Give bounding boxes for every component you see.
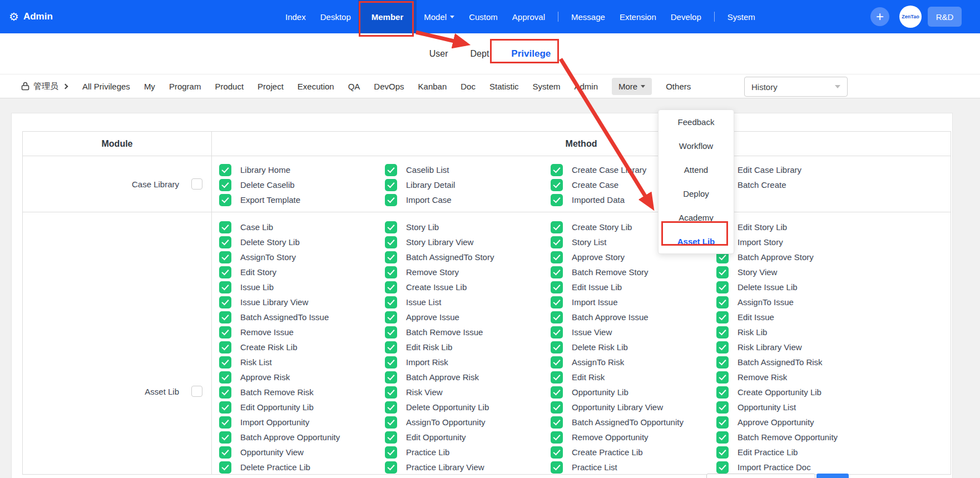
tab-kanban[interactable]: Kanban <box>418 82 447 91</box>
subnav-item-privilege[interactable]: Privilege <box>511 48 551 59</box>
tab-devops[interactable]: DevOps <box>374 82 404 91</box>
checkbox-batch-assignedto-issue[interactable] <box>219 311 231 323</box>
checkbox-batch-remove-opportunity[interactable] <box>716 431 729 444</box>
checkbox-opportunity-view[interactable] <box>219 446 231 459</box>
checkbox-remove-story[interactable] <box>385 266 397 278</box>
checkbox-edit-risk-lib[interactable] <box>385 341 397 353</box>
nav-item-extension[interactable]: Extension <box>612 0 664 33</box>
checkbox-create-story-lib[interactable] <box>551 221 563 233</box>
checkbox-edit-issue[interactable] <box>716 311 729 323</box>
checkbox-create-case[interactable] <box>551 179 563 191</box>
nav-item-model[interactable]: Model <box>417 0 462 33</box>
checkbox-opportunity-library-view[interactable] <box>551 401 563 414</box>
checkbox-risk-library-view[interactable] <box>716 341 729 353</box>
team-button[interactable]: R&D <box>928 7 962 27</box>
checkbox-remove-opportunity[interactable] <box>551 431 563 444</box>
checkbox-story-list[interactable] <box>551 236 563 248</box>
checkbox-export-template[interactable] <box>219 194 231 206</box>
tab-system[interactable]: System <box>532 82 560 91</box>
checkbox-batch-approve-issue[interactable] <box>551 311 563 323</box>
checkbox-delete-story-lib[interactable] <box>219 236 231 248</box>
module-checkbox-case-library[interactable] <box>191 178 202 190</box>
dropdown-item-asset-lib[interactable]: Asset Lib <box>659 230 734 253</box>
tab-my[interactable]: My <box>144 82 155 91</box>
checkbox-opportunity-list[interactable] <box>716 401 729 414</box>
nav-item-system[interactable]: System <box>720 0 763 33</box>
checkbox-approve-story[interactable] <box>551 251 563 263</box>
checkbox-opportunity-lib[interactable] <box>551 386 563 399</box>
checkbox-practice-library-view[interactable] <box>385 461 397 474</box>
more-menu-button[interactable]: More <box>612 78 652 95</box>
checkbox-edit-opportunity[interactable] <box>385 431 397 444</box>
checkbox-library-detail[interactable] <box>385 179 397 191</box>
checkbox-assignto-opportunity[interactable] <box>385 416 397 429</box>
tab-admin[interactable]: Admin <box>574 82 598 91</box>
checkbox-risk-list[interactable] <box>219 356 231 369</box>
tab-project[interactable]: Project <box>258 82 284 91</box>
checkbox-practice-lib[interactable] <box>385 446 397 459</box>
dropdown-item-academy[interactable]: Academy <box>659 206 734 230</box>
checkbox-story-view[interactable] <box>716 266 729 278</box>
subnav-item-user[interactable]: User <box>429 49 448 59</box>
dropdown-item-deploy[interactable]: Deploy <box>659 182 734 206</box>
checkbox-issue-list[interactable] <box>385 296 397 308</box>
checkbox-story-library-view[interactable] <box>385 236 397 248</box>
checkbox-batch-remove-issue[interactable] <box>385 326 397 338</box>
checkbox-issue-lib[interactable] <box>219 281 231 293</box>
checkbox-import-practice-doc[interactable] <box>716 461 729 474</box>
checkbox-batch-remove-risk[interactable] <box>219 386 231 399</box>
checkbox-edit-risk[interactable] <box>551 371 563 384</box>
nav-item-develop[interactable]: Develop <box>664 0 709 33</box>
checkbox-create-risk-lib[interactable] <box>219 341 231 353</box>
checkbox-create-issue-lib[interactable] <box>385 281 397 293</box>
checkbox-issue-library-view[interactable] <box>219 296 231 308</box>
checkbox-import-issue[interactable] <box>551 296 563 308</box>
tab-statistic[interactable]: Statistic <box>489 82 519 91</box>
nav-item-member[interactable]: Member <box>358 0 417 33</box>
tab-others[interactable]: Others <box>666 82 691 91</box>
checkbox-delete-issue-lib[interactable] <box>716 281 729 293</box>
checkbox-approve-issue[interactable] <box>385 311 397 323</box>
app-brand[interactable]: ⚙ Admin <box>9 0 53 33</box>
tab-qa[interactable]: QA <box>348 82 360 91</box>
checkbox-story-lib[interactable] <box>385 221 397 233</box>
checkbox-imported-data[interactable] <box>551 194 563 206</box>
checkbox-batch-assignedto-risk[interactable] <box>716 356 729 369</box>
checkbox-batch-assignedto-story[interactable] <box>385 251 397 263</box>
tab-product[interactable]: Product <box>215 82 244 91</box>
checkbox-batch-remove-story[interactable] <box>551 266 563 278</box>
checkbox-delete-practice-lib[interactable] <box>219 461 231 474</box>
checkbox-approve-risk[interactable] <box>219 371 231 384</box>
zentao-avatar[interactable]: ZenTao <box>899 6 922 28</box>
checkbox-batch-approve-opportunity[interactable] <box>219 431 231 444</box>
dropdown-item-attend[interactable]: Attend <box>659 158 734 182</box>
checkbox-assignto-story[interactable] <box>219 251 231 263</box>
tab-program[interactable]: Program <box>169 82 201 91</box>
nav-item-approval[interactable]: Approval <box>505 0 552 33</box>
checkbox-approve-opportunity[interactable] <box>716 416 729 429</box>
add-button[interactable]: + <box>870 7 889 26</box>
module-checkbox-asset-lib[interactable] <box>191 386 202 397</box>
table-footer-button[interactable] <box>816 474 849 478</box>
checkbox-remove-risk[interactable] <box>716 371 729 384</box>
checkbox-edit-issue-lib[interactable] <box>551 281 563 293</box>
checkbox-import-case[interactable] <box>385 194 397 206</box>
checkbox-assignto-issue[interactable] <box>716 296 729 308</box>
nav-item-desktop[interactable]: Desktop <box>313 0 358 33</box>
checkbox-edit-story[interactable] <box>219 266 231 278</box>
table-footer-pager[interactable] <box>706 474 815 478</box>
checkbox-create-practice-lib[interactable] <box>551 446 563 459</box>
checkbox-batch-approve-risk[interactable] <box>385 371 397 384</box>
checkbox-issue-view[interactable] <box>551 326 563 338</box>
tab-execution[interactable]: Execution <box>298 82 334 91</box>
tab-all-privileges[interactable]: All Privileges <box>82 82 130 91</box>
checkbox-create-case-library[interactable] <box>551 164 563 176</box>
checkbox-edit-opportunity-lib[interactable] <box>219 401 231 414</box>
checkbox-remove-issue[interactable] <box>219 326 231 338</box>
checkbox-delete-opportunity-lib[interactable] <box>385 401 397 414</box>
nav-item-message[interactable]: Message <box>564 0 612 33</box>
checkbox-practice-list[interactable] <box>551 461 563 474</box>
subnav-item-dept[interactable]: Dept <box>471 49 489 59</box>
checkbox-import-opportunity[interactable] <box>219 416 231 429</box>
group-label[interactable]: 管理员 <box>33 81 58 92</box>
